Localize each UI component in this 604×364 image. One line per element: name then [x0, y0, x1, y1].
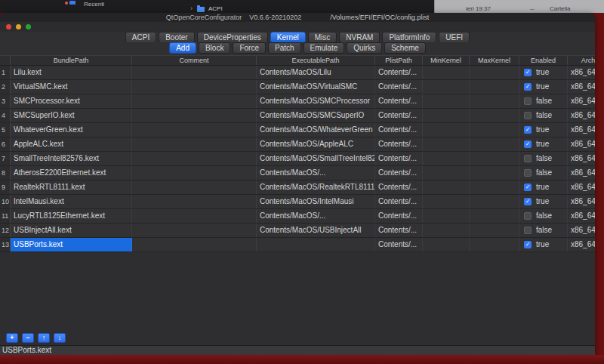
cell-plistpath[interactable]: Contents/...	[375, 123, 423, 137]
cell-enabled[interactable]: ✓true	[519, 180, 568, 194]
cell-maxkernel[interactable]	[470, 180, 519, 194]
cell-maxkernel[interactable]	[470, 224, 519, 237]
checkbox-checked-icon[interactable]: ✓	[524, 198, 532, 205]
cell-bundlepath[interactable]: SMCSuperIO.kext	[11, 109, 132, 122]
tab-kernel[interactable]: Kernel	[270, 32, 306, 43]
column-header-plistpath[interactable]: PlistPath	[375, 56, 423, 65]
cell-minkernel[interactable]	[423, 209, 470, 223]
subtab-emulate[interactable]: Emulate	[304, 42, 345, 54]
cell-enabled[interactable]: false	[519, 109, 568, 122]
cell-bundlepath[interactable]: USBPorts.kext	[11, 238, 132, 251]
disclosure-triangle-icon[interactable]: ›	[190, 5, 193, 12]
cell-bundlepath[interactable]: USBInjectAll.kext	[11, 224, 132, 237]
cell-executablepath[interactable]: Contents/MacOS/SMCProcessor	[257, 94, 375, 108]
cell-minkernel[interactable]	[423, 80, 470, 94]
cell-plistpath[interactable]: Contents/...	[375, 195, 423, 208]
subtab-block[interactable]: Block	[199, 42, 230, 54]
tab-platforminfo[interactable]: PlatformInfo	[382, 32, 436, 43]
cell-minkernel[interactable]	[423, 137, 470, 151]
cell-arch[interactable]: x86_64	[568, 109, 595, 122]
cell-minkernel[interactable]	[423, 123, 470, 137]
row-number[interactable]: 8	[0, 166, 11, 180]
cell-bundlepath[interactable]: RealtekRTL8111.kext	[11, 180, 132, 194]
close-button[interactable]	[6, 24, 11, 29]
cell-executablepath[interactable]: Contents/MacOS/...	[257, 209, 375, 223]
row-number[interactable]: 1	[0, 66, 11, 79]
cell-bundlepath[interactable]: AtherosE2200Ethernet.kext	[11, 166, 132, 180]
row-number[interactable]: 6	[0, 137, 11, 151]
cell-comment[interactable]	[132, 80, 257, 94]
row-number[interactable]: 12	[0, 224, 11, 237]
cell-enabled[interactable]: false	[519, 152, 568, 165]
cell-minkernel[interactable]	[423, 94, 470, 108]
cell-minkernel[interactable]	[423, 109, 470, 122]
column-header-comment[interactable]: Comment	[132, 56, 257, 65]
cell-enabled[interactable]: ✓true	[519, 66, 568, 79]
move-up-button[interactable]: ↑	[38, 333, 50, 343]
subtab-add[interactable]: Add	[169, 42, 196, 54]
tab-booter[interactable]: Booter	[159, 32, 194, 43]
cell-minkernel[interactable]	[423, 66, 470, 79]
zoom-button[interactable]	[26, 24, 31, 29]
cell-arch[interactable]: x86_64	[568, 209, 595, 223]
checkbox-unchecked-icon[interactable]	[524, 212, 532, 220]
cell-comment[interactable]	[132, 166, 257, 180]
cell-arch[interactable]: x86_64	[568, 166, 595, 180]
cell-arch[interactable]: x86_64	[568, 152, 595, 165]
tab-deviceproperties[interactable]: DeviceProperties	[197, 32, 268, 43]
cell-minkernel[interactable]	[423, 180, 470, 194]
cell-arch[interactable]: x86_64	[568, 66, 595, 79]
cell-enabled[interactable]: false	[519, 166, 568, 180]
cell-comment[interactable]	[132, 180, 257, 194]
cell-maxkernel[interactable]	[470, 66, 519, 79]
cell-plistpath[interactable]: Contents/...	[375, 94, 423, 108]
checkbox-checked-icon[interactable]: ✓	[524, 184, 532, 191]
cell-executablepath[interactable]: Contents/MacOS/USBInjectAll	[257, 224, 375, 237]
cell-executablepath[interactable]: Contents/MacOS/...	[257, 166, 375, 180]
cell-minkernel[interactable]	[423, 195, 470, 208]
finder-tab-recenti[interactable]: Recenti	[84, 1, 104, 8]
cell-bundlepath[interactable]: Lilu.kext	[11, 66, 132, 79]
cell-comment[interactable]	[132, 224, 257, 237]
cell-minkernel[interactable]	[423, 238, 470, 251]
background-finder-window[interactable]: Recenti › ACPI ieri 19:37 -- Cartella	[0, 0, 604, 13]
cell-plistpath[interactable]: Contents/...	[375, 209, 423, 223]
cell-maxkernel[interactable]	[470, 109, 519, 122]
cell-maxkernel[interactable]	[470, 238, 519, 251]
cell-enabled[interactable]: ✓true	[519, 123, 568, 137]
cell-arch[interactable]: x86_64	[568, 137, 595, 151]
subtab-patch[interactable]: Patch	[268, 42, 301, 54]
cell-executablepath[interactable]: Contents/MacOS/AppleALC	[257, 137, 375, 151]
cell-plistpath[interactable]: Contents/...	[375, 166, 423, 180]
cell-arch[interactable]: x86_64	[568, 94, 595, 108]
move-down-button[interactable]: ↓	[54, 333, 66, 343]
cell-bundlepath[interactable]: IntelMausi.kext	[11, 195, 132, 208]
column-header-bundlepath[interactable]: BundlePath	[11, 56, 132, 65]
column-header-minkernel[interactable]: MinKernel	[423, 56, 470, 65]
subtab-quirks[interactable]: Quirks	[347, 42, 382, 54]
subtab-scheme[interactable]: Scheme	[384, 42, 426, 54]
cell-minkernel[interactable]	[423, 224, 470, 237]
checkbox-unchecked-icon[interactable]	[524, 227, 532, 234]
checkbox-unchecked-icon[interactable]	[524, 97, 532, 105]
cell-enabled[interactable]: false	[519, 94, 568, 108]
cell-comment[interactable]	[132, 209, 257, 223]
cell-bundlepath[interactable]: SmallTreeIntel82576.kext	[11, 152, 132, 165]
cell-arch[interactable]: x86_64	[568, 238, 595, 251]
row-number[interactable]: 11	[0, 209, 11, 223]
row-number[interactable]: 10	[0, 195, 11, 208]
cell-maxkernel[interactable]	[470, 80, 519, 94]
checkbox-checked-icon[interactable]: ✓	[524, 241, 532, 248]
checkbox-unchecked-icon[interactable]	[524, 112, 532, 119]
checkbox-checked-icon[interactable]: ✓	[524, 83, 532, 91]
cell-maxkernel[interactable]	[470, 209, 519, 223]
cell-comment[interactable]	[132, 137, 257, 151]
cell-executablepath[interactable]: Contents/MacOS/IntelMausi	[257, 195, 375, 208]
row-number[interactable]: 2	[0, 80, 11, 94]
cell-maxkernel[interactable]	[470, 94, 519, 108]
cell-executablepath[interactable]: Contents/MacOS/WhateverGreen	[257, 123, 375, 137]
checkbox-checked-icon[interactable]: ✓	[524, 126, 532, 134]
cell-maxkernel[interactable]	[470, 137, 519, 151]
cell-enabled[interactable]: ✓true	[519, 195, 568, 208]
tab-uefi[interactable]: UEFI	[439, 32, 470, 43]
